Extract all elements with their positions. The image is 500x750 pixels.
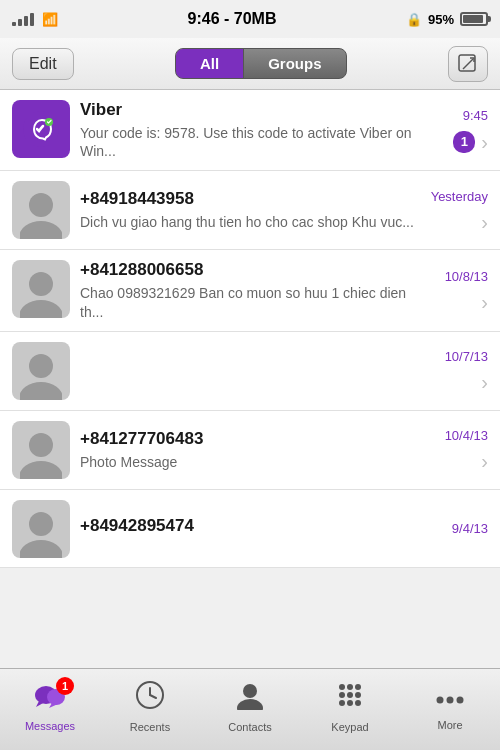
svg-point-10: [29, 433, 53, 457]
signal-bar-3: [24, 16, 28, 26]
svg-line-20: [150, 695, 156, 698]
keypad-svg: [335, 680, 365, 710]
message-name-1: +841288006658: [80, 260, 418, 280]
message-name-0: +84918443958: [80, 189, 418, 209]
status-right: 🔒 95%: [406, 12, 488, 27]
message-item-4[interactable]: +84942895474 9/4/13: [0, 490, 500, 568]
message-content-4: +84942895474: [70, 500, 428, 557]
svg-point-6: [29, 272, 53, 296]
tab-messages[interactable]: 1 Messages: [0, 669, 100, 750]
message-list-container: Viber Your code is: 9578. Use this code …: [0, 90, 500, 668]
wifi-icon: 📶: [42, 12, 58, 27]
more-icon: [435, 683, 465, 715]
chevron-1: ›: [481, 292, 488, 312]
message-preview-0: Dich vu giao hang thu tien ho cho cac sh…: [80, 213, 418, 231]
svg-marker-15: [36, 701, 45, 707]
message-time-1: 10/8/13: [445, 269, 488, 284]
svg-point-28: [355, 692, 361, 698]
status-left: 📶: [12, 12, 58, 27]
svg-point-9: [20, 382, 62, 400]
message-meta-2: 10/7/13 ›: [428, 342, 488, 400]
message-badge-row-3: ›: [481, 451, 488, 471]
svg-point-24: [347, 684, 353, 690]
message-time-4: 9/4/13: [452, 521, 488, 536]
message-preview-3: Photo Message: [80, 453, 418, 471]
tab-all[interactable]: All: [176, 49, 243, 78]
chevron-3: ›: [481, 451, 488, 471]
message-content-3: +841277706483 Photo Message: [70, 421, 428, 479]
contacts-icon: [235, 680, 265, 717]
message-badge-row-1: ›: [481, 292, 488, 312]
svg-point-12: [29, 512, 53, 536]
message-content-1: +841288006658 Chao 0989321629 Ban co muo…: [70, 260, 428, 320]
message-meta-3: 10/4/13 ›: [428, 421, 488, 479]
avatar-1: [12, 260, 70, 318]
person-icon-0: [20, 189, 62, 239]
signal-bar-1: [12, 22, 16, 26]
battery-icon: [460, 12, 488, 26]
message-badge-row-2: ›: [481, 372, 488, 392]
messages-badge: 1: [56, 677, 74, 695]
tab-keypad[interactable]: Keypad: [300, 669, 400, 750]
message-item-3[interactable]: +841277706483 Photo Message 10/4/13 ›: [0, 411, 500, 490]
svg-point-22: [237, 699, 263, 710]
avatar-2: [12, 342, 70, 400]
svg-point-31: [355, 700, 361, 706]
message-item-2[interactable]: 10/7/13 ›: [0, 332, 500, 411]
tab-contacts[interactable]: Contacts: [200, 669, 300, 750]
lock-icon: 🔒: [406, 12, 422, 27]
contacts-label: Contacts: [228, 721, 271, 733]
tab-more[interactable]: More: [400, 669, 500, 750]
keypad-icon: [335, 680, 365, 717]
status-time: 9:46 - 70MB: [188, 10, 277, 28]
recents-label: Recents: [130, 721, 170, 733]
status-bar: 📶 9:46 - 70MB 🔒 95%: [0, 0, 500, 38]
message-meta-0: Yesterday ›: [428, 181, 488, 239]
tab-groups[interactable]: Groups: [244, 49, 345, 78]
viber-badge-row: 1 ›: [453, 131, 488, 153]
svg-point-30: [347, 700, 353, 706]
svg-point-4: [29, 193, 53, 217]
segment-control: All Groups: [175, 48, 347, 79]
svg-point-33: [447, 696, 454, 703]
svg-point-34: [457, 696, 464, 703]
svg-point-29: [339, 700, 345, 706]
edit-button[interactable]: Edit: [12, 48, 74, 80]
messages-label: Messages: [25, 720, 75, 732]
chevron-2: ›: [481, 372, 488, 392]
tab-recents[interactable]: Recents: [100, 669, 200, 750]
svg-point-23: [339, 684, 345, 690]
viber-name: Viber: [80, 100, 418, 120]
message-item-viber[interactable]: Viber Your code is: 9578. Use this code …: [0, 90, 500, 171]
message-item-1[interactable]: +841288006658 Chao 0989321629 Ban co muo…: [0, 250, 500, 331]
signal-bars: [12, 13, 34, 26]
svg-point-13: [20, 540, 62, 558]
keypad-label: Keypad: [331, 721, 368, 733]
nav-bar: Edit All Groups: [0, 38, 500, 90]
messages-icon: 1: [34, 681, 66, 716]
message-time-0: Yesterday: [431, 189, 488, 204]
svg-point-5: [20, 221, 62, 239]
viber-badge: 1: [453, 131, 475, 153]
message-time-2: 10/7/13: [445, 349, 488, 364]
svg-point-11: [20, 461, 62, 479]
message-content-0: +84918443958 Dich vu giao hang thu tien …: [70, 181, 428, 239]
message-item-0[interactable]: +84918443958 Dich vu giao hang thu tien …: [0, 171, 500, 250]
message-meta-1: 10/8/13 ›: [428, 260, 488, 320]
svg-point-32: [437, 696, 444, 703]
compose-button[interactable]: [448, 46, 488, 82]
message-preview-1: Chao 0989321629 Ban co muon so huu 1 chi…: [80, 284, 418, 320]
person-icon-1: [20, 268, 62, 318]
message-content-2: [70, 342, 428, 400]
avatar-4: [12, 500, 70, 558]
message-time-3: 10/4/13: [445, 428, 488, 443]
message-name-3: +841277706483: [80, 429, 418, 449]
signal-bar-4: [30, 13, 34, 26]
chevron-0: ›: [481, 212, 488, 232]
svg-point-7: [20, 300, 62, 318]
message-meta-4: 9/4/13: [428, 500, 488, 557]
battery-fill: [463, 15, 483, 23]
viber-time: 9:45: [463, 108, 488, 123]
more-svg: [435, 692, 465, 708]
viber-preview: Your code is: 9578. Use this code to act…: [80, 124, 418, 160]
